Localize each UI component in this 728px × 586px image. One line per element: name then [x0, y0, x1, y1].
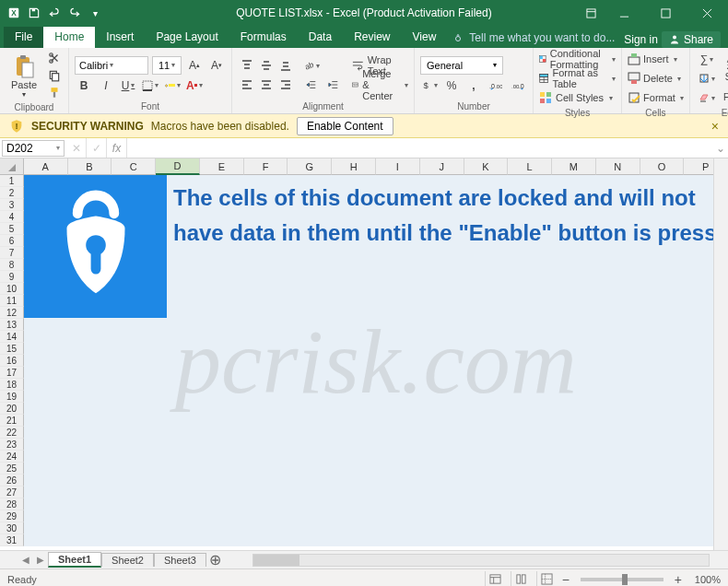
row-header-25[interactable]: 25 [0, 463, 24, 475]
tellme-search[interactable]: Tell me what you want to do... [447, 28, 622, 48]
bold-button[interactable]: B [75, 76, 93, 95]
orientation-icon[interactable]: ab [302, 56, 321, 75]
increase-decimal-icon[interactable]: .0.00 [487, 76, 505, 95]
paste-button[interactable]: Paste ▾ [6, 53, 42, 99]
increase-indent-icon[interactable] [324, 76, 343, 94]
italic-button[interactable]: I [97, 76, 115, 95]
font-name-select[interactable]: Calibri [75, 56, 148, 75]
normal-view-icon[interactable] [485, 571, 505, 587]
save-icon[interactable] [26, 5, 42, 21]
row-header-1[interactable]: 1 [0, 175, 24, 187]
format-cells-button[interactable]: Format [628, 88, 684, 107]
font-size-select[interactable]: 11 [152, 56, 182, 75]
increase-font-icon[interactable]: A▴ [185, 56, 204, 75]
zoom-percent[interactable]: 100% [687, 574, 721, 585]
sheet-tab-1[interactable]: Sheet1 [48, 552, 101, 568]
vertical-scrollbar[interactable] [713, 158, 728, 550]
font-color-button[interactable]: A [185, 76, 204, 95]
row-header-31[interactable]: 31 [0, 534, 24, 546]
horizontal-scrollbar[interactable] [252, 554, 710, 567]
row-header-22[interactable]: 22 [0, 427, 24, 439]
col-header-O[interactable]: O [640, 158, 685, 175]
close-button[interactable] [687, 0, 728, 26]
row-header-26[interactable]: 26 [0, 475, 24, 486]
delete-cells-button[interactable]: Delete [628, 69, 684, 88]
row-header-30[interactable]: 30 [0, 522, 24, 534]
minimize-button[interactable] [604, 0, 645, 26]
share-button[interactable]: Share [662, 31, 721, 48]
undo-icon[interactable] [46, 5, 63, 21]
autosum-icon[interactable]: ∑ [696, 50, 718, 68]
page-break-view-icon[interactable] [536, 571, 557, 587]
format-painter-icon[interactable] [46, 85, 63, 101]
row-header-27[interactable]: 27 [0, 486, 24, 498]
security-close-icon[interactable]: × [711, 119, 719, 134]
align-middle-icon[interactable] [257, 56, 276, 75]
expand-formula-bar-icon[interactable]: ⌄ [713, 142, 728, 155]
tab-pagelayout[interactable]: Page Layout [145, 27, 229, 48]
col-header-B[interactable]: B [68, 158, 112, 175]
align-right-icon[interactable] [276, 76, 295, 94]
row-header-19[interactable]: 19 [0, 391, 24, 403]
row-header-5[interactable]: 5 [0, 223, 24, 235]
merge-center-button[interactable]: Merge & Center [352, 76, 408, 94]
tab-view[interactable]: View [402, 27, 448, 48]
col-header-K[interactable]: K [464, 158, 509, 175]
enable-content-button[interactable]: Enable Content [297, 117, 393, 135]
row-header-15[interactable]: 15 [0, 343, 24, 355]
col-header-A[interactable]: A [24, 158, 68, 175]
add-sheet-button[interactable]: ⊕ [206, 551, 225, 568]
zoom-slider[interactable] [581, 578, 663, 581]
sheet-nav-next[interactable]: ▶ [33, 555, 48, 565]
conditional-formatting-button[interactable]: Conditional Formatting [539, 50, 616, 68]
number-format-select[interactable]: General▾ [420, 56, 503, 75]
row-header-3[interactable]: 3 [0, 199, 24, 211]
col-header-I[interactable]: I [376, 158, 420, 175]
col-header-D[interactable]: D [156, 158, 200, 175]
decrease-font-icon[interactable]: A▾ [207, 56, 226, 75]
enter-formula-icon[interactable]: ✓ [87, 138, 107, 158]
cell-styles-button[interactable]: Cell Styles [539, 88, 616, 107]
col-header-N[interactable]: N [596, 158, 640, 175]
sheet-tab-2[interactable]: Sheet2 [101, 553, 154, 567]
row-header-6[interactable]: 6 [0, 235, 24, 247]
row-header-17[interactable]: 17 [0, 367, 24, 379]
row-header-21[interactable]: 21 [0, 415, 24, 427]
row-header-11[interactable]: 11 [0, 295, 24, 307]
row-header-28[interactable]: 28 [0, 498, 24, 510]
align-center-icon[interactable] [257, 76, 276, 94]
copy-icon[interactable] [46, 67, 63, 84]
row-header-10[interactable]: 10 [0, 283, 24, 295]
align-bottom-icon[interactable] [276, 56, 295, 75]
comma-format-icon[interactable]: , [464, 76, 483, 95]
align-left-icon[interactable] [238, 76, 256, 94]
formula-bar[interactable] [127, 138, 713, 158]
page-layout-view-icon[interactable] [511, 571, 531, 587]
signin-link[interactable]: Sign in [624, 33, 658, 46]
row-header-7[interactable]: 7 [0, 247, 24, 259]
col-header-E[interactable]: E [200, 158, 244, 175]
underline-button[interactable]: U [119, 76, 137, 95]
row-header-4[interactable]: 4 [0, 211, 24, 223]
fill-icon[interactable] [696, 69, 718, 88]
col-header-M[interactable]: M [552, 158, 596, 175]
decrease-decimal-icon[interactable]: .00.0 [509, 76, 527, 95]
row-header-24[interactable]: 24 [0, 451, 24, 463]
tab-data[interactable]: Data [298, 27, 343, 48]
tab-formulas[interactable]: Formulas [229, 27, 298, 48]
cancel-formula-icon[interactable]: ✕ [66, 138, 87, 158]
row-header-14[interactable]: 14 [0, 331, 24, 343]
row-header-29[interactable]: 29 [0, 510, 24, 522]
name-box[interactable]: D202▾ [2, 140, 65, 157]
sheet-nav-prev[interactable]: ◀ [18, 555, 33, 565]
percent-format-icon[interactable]: % [442, 76, 461, 95]
maximize-button[interactable] [645, 0, 687, 26]
zoom-in-button[interactable]: + [675, 572, 682, 587]
tab-insert[interactable]: Insert [95, 27, 145, 48]
row-header-12[interactable]: 12 [0, 307, 24, 319]
clear-icon[interactable] [696, 88, 718, 107]
tab-file[interactable]: File [4, 27, 43, 48]
sheet-tab-3[interactable]: Sheet3 [154, 553, 206, 567]
zoom-out-button[interactable]: − [562, 572, 569, 587]
sort-filter-button[interactable]: AZ Sort & Filter [723, 55, 728, 102]
